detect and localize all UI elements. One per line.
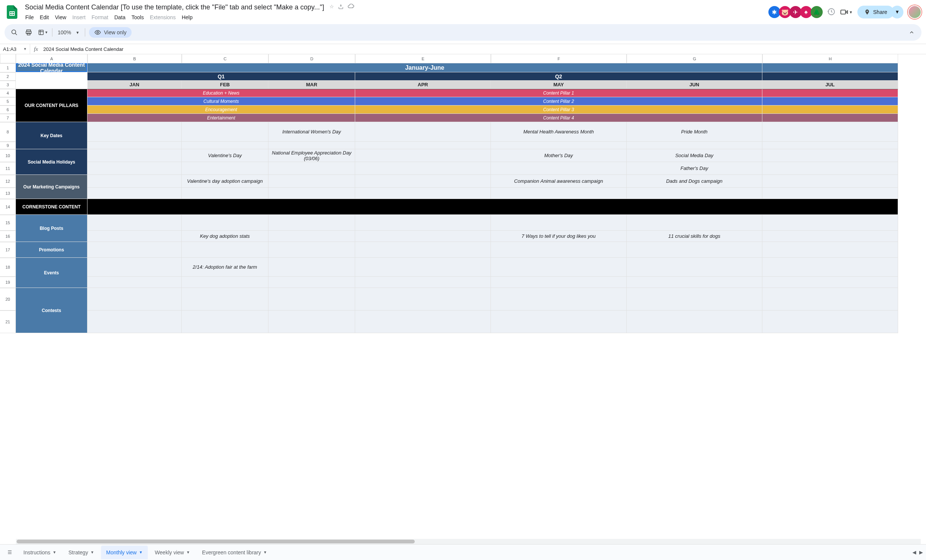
cell[interactable]	[87, 162, 182, 175]
share-dropdown[interactable]: ▼	[891, 6, 903, 18]
row-header[interactable]: 16	[0, 231, 16, 242]
cell[interactable]: APR	[355, 81, 491, 89]
row-header[interactable]: 20	[0, 288, 16, 311]
chevron-down-icon[interactable]: ▼	[186, 550, 190, 554]
cell[interactable]	[87, 288, 182, 311]
cell[interactable]	[268, 231, 355, 242]
cell[interactable]: Blog Posts	[16, 215, 87, 242]
cell[interactable]	[182, 188, 268, 199]
select-all-corner[interactable]	[0, 54, 16, 63]
cell[interactable]: Mother's Day	[491, 149, 627, 162]
cell[interactable]: Entertainment	[87, 114, 355, 122]
cell[interactable]	[182, 162, 268, 175]
cell[interactable]	[87, 311, 182, 333]
share-button[interactable]: Share	[857, 6, 894, 18]
filter-icon[interactable]: ▼	[38, 27, 48, 38]
cell[interactable]	[355, 175, 491, 188]
cell[interactable]	[491, 215, 627, 231]
row-header[interactable]: 10	[0, 149, 16, 162]
cell[interactable]	[762, 175, 898, 188]
cell[interactable]: Pride Month	[627, 122, 762, 142]
cell[interactable]	[355, 122, 491, 142]
row-header[interactable]: 1	[0, 63, 16, 72]
row-header[interactable]: 5	[0, 97, 16, 106]
row-header[interactable]: 11	[0, 162, 16, 175]
cell[interactable]: MAR	[268, 81, 355, 89]
cell[interactable]	[87, 199, 898, 215]
cell[interactable]: JAN	[87, 81, 182, 89]
cell[interactable]	[87, 188, 182, 199]
cell[interactable]	[355, 242, 491, 258]
cell[interactable]	[87, 231, 182, 242]
collapse-toolbar-icon[interactable]	[906, 27, 917, 38]
row-header[interactable]: 19	[0, 277, 16, 288]
cell[interactable]	[762, 188, 898, 199]
cell[interactable]	[762, 63, 898, 72]
cell[interactable]	[355, 149, 491, 162]
cell[interactable]: Mental Health Awareness Month	[491, 122, 627, 142]
cell[interactable]: Social Media Holidays	[16, 149, 87, 175]
cell[interactable]	[355, 258, 491, 277]
cell[interactable]	[355, 288, 491, 311]
cell[interactable]: January-June	[87, 63, 762, 72]
tab-scroll-left-icon[interactable]: ◀	[912, 549, 916, 555]
cell[interactable]: Events	[16, 258, 87, 288]
cell[interactable]	[182, 311, 268, 333]
cell[interactable]	[182, 277, 268, 288]
all-sheets-icon[interactable]: ☰	[3, 546, 17, 558]
row-header[interactable]: 9	[0, 142, 16, 149]
cell[interactable]	[87, 175, 182, 188]
menu-file[interactable]: File	[23, 13, 37, 22]
row-header[interactable]: 3	[0, 81, 16, 89]
cell[interactable]	[762, 142, 898, 149]
collaborator-avatars[interactable]: ✱ 🐷 ✈ ♠ 🌲	[770, 6, 823, 18]
cell[interactable]: Companion Animal awareness campaign	[491, 175, 627, 188]
formula-input[interactable]: 2024 Social Media Content Calendar	[42, 46, 926, 52]
name-box[interactable]: A1:A3▼	[0, 44, 30, 54]
row-header[interactable]: 7	[0, 114, 16, 122]
cell[interactable]	[268, 188, 355, 199]
cell[interactable]: CORNERSTONE CONTENT	[16, 199, 87, 215]
col-header[interactable]: H	[762, 54, 898, 63]
cell[interactable]	[491, 162, 627, 175]
chevron-down-icon[interactable]: ▼	[263, 550, 267, 554]
col-header[interactable]: B	[87, 54, 182, 63]
cell[interactable]	[491, 277, 627, 288]
cell[interactable]	[87, 258, 182, 277]
cell[interactable]: Dads and Dogs campaign	[627, 175, 762, 188]
cloud-icon[interactable]	[348, 4, 354, 11]
zoom-control[interactable]: 100%▼	[56, 29, 81, 35]
cell[interactable]: JUL	[762, 81, 898, 89]
cell[interactable]	[627, 288, 762, 311]
row-header[interactable]: 8	[0, 122, 16, 142]
cell[interactable]	[355, 215, 491, 231]
cell[interactable]: Contests	[16, 288, 87, 333]
menu-help[interactable]: Help	[179, 13, 195, 22]
cell[interactable]	[762, 311, 898, 333]
cell[interactable]: Content Pillar 1	[355, 89, 762, 97]
sheets-logo[interactable]	[5, 5, 20, 20]
cell[interactable]	[762, 288, 898, 311]
row-header[interactable]: 2	[0, 72, 16, 81]
cell[interactable]	[268, 277, 355, 288]
cell[interactable]: International Women's Day	[268, 122, 355, 142]
menu-edit[interactable]: Edit	[37, 13, 52, 22]
row-header[interactable]: 15	[0, 215, 16, 231]
chevron-down-icon[interactable]: ▼	[90, 550, 94, 554]
cell[interactable]: Q2	[355, 72, 762, 81]
cell[interactable]: Encouragement	[87, 106, 355, 114]
cell[interactable]	[268, 311, 355, 333]
cell[interactable]	[762, 162, 898, 175]
cell[interactable]	[627, 188, 762, 199]
cell[interactable]: Valentine's Day	[182, 149, 268, 162]
cell[interactable]: Content Pillar 4	[355, 114, 762, 122]
search-icon[interactable]	[9, 27, 20, 38]
cell[interactable]	[268, 142, 355, 149]
account-avatar[interactable]	[908, 5, 921, 19]
cell[interactable]	[491, 258, 627, 277]
menu-data[interactable]: Data	[112, 13, 128, 22]
row-header[interactable]: 12	[0, 175, 16, 188]
cell[interactable]: Key Dates	[16, 122, 87, 149]
cell[interactable]: Social Media Day	[627, 149, 762, 162]
cell[interactable]: 2024 Social Media Content Calendar	[16, 63, 87, 72]
